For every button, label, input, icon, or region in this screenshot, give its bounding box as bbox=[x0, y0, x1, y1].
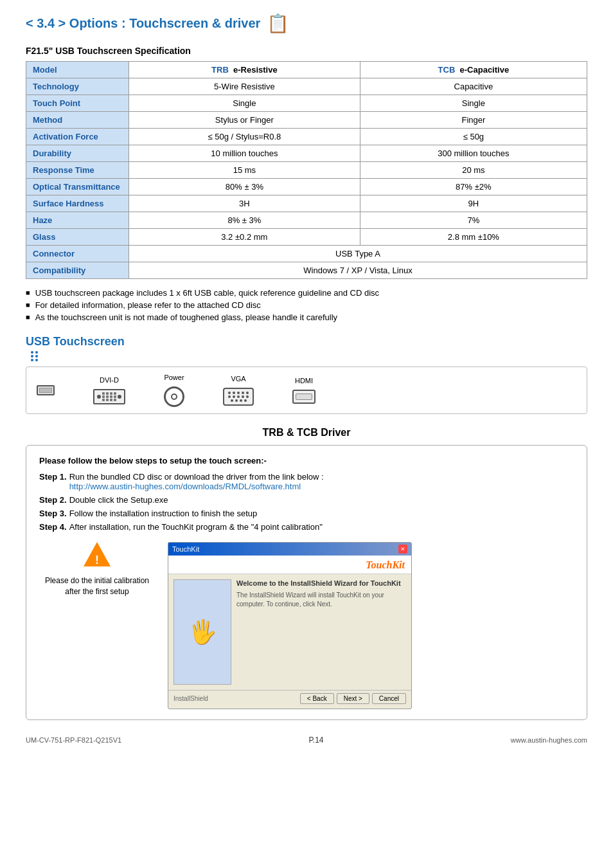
footer-left: UM-CV-751-RP-F821-Q215V1 bbox=[26, 736, 121, 744]
spec-row-label: Haze bbox=[26, 212, 129, 229]
spec-row-label: Compatibility bbox=[26, 262, 129, 279]
page-header: < 3.4 > Options : Touchscreen & driver 📋 bbox=[26, 13, 587, 34]
spec-row-label: Method bbox=[26, 112, 129, 129]
step-2: Step 2. Double click the Setup.exe bbox=[39, 495, 574, 505]
warning-row: ! Please do the initial calibrationafter… bbox=[39, 542, 574, 709]
step-4: Step 4. After installation, run the Touc… bbox=[39, 522, 574, 532]
hdmi-connector-item: HDMI bbox=[292, 377, 315, 404]
spec-row-label: Technology bbox=[26, 78, 129, 95]
step-2-text: Double click the Setup.exe bbox=[69, 495, 168, 505]
spec-row-trb: 10 million touches bbox=[129, 145, 360, 162]
spec-row-trb: 8% ± 3% bbox=[129, 212, 360, 229]
bullet-item: As the touchscreen unit is not made of t… bbox=[26, 312, 587, 322]
connector-diagram: DVI-D bbox=[26, 366, 587, 414]
steps-box: Please follow the below steps to setup t… bbox=[26, 445, 587, 720]
spec-section-title: F21.5" USB Touchscreen Specification bbox=[26, 46, 587, 56]
spec-row-tcb: 20 ms bbox=[360, 162, 587, 179]
dvi-d-label: DVI-D bbox=[100, 376, 119, 384]
touchkit-footer: InstallShield < Back Next > Cancel bbox=[168, 690, 411, 707]
footer-page: P.14 bbox=[308, 736, 323, 745]
spec-row-tcb: Finger bbox=[360, 112, 587, 129]
usb-dot bbox=[31, 359, 33, 361]
power-circle bbox=[164, 386, 184, 407]
touchkit-title: TouchKit bbox=[172, 545, 199, 553]
step-1-text: Run the bundled CD disc or download the … bbox=[69, 472, 324, 491]
spec-row-tcb: 300 million touches bbox=[360, 145, 587, 162]
step-1: Step 1. Run the bundled CD disc or downl… bbox=[39, 472, 574, 491]
touchkit-close-button[interactable]: ✕ bbox=[398, 545, 407, 554]
spec-row-tcb: Single bbox=[360, 95, 587, 112]
vga-label: VGA bbox=[231, 375, 245, 383]
spec-row-span: Windows 7 / XP / Vista, Linux bbox=[129, 262, 587, 279]
spec-row-tcb: Capacitive bbox=[360, 78, 587, 95]
driver-section-title: TRB & TCB Driver bbox=[26, 427, 587, 439]
steps-title: Please follow the below steps to setup t… bbox=[39, 456, 574, 466]
vga-connector-item: VGA bbox=[223, 375, 254, 406]
spec-row-trb: 3.2 ±0.2 mm bbox=[129, 229, 360, 246]
spec-row-span: USB Type A bbox=[129, 246, 587, 262]
dvi-d-connector-item: DVI-D bbox=[93, 376, 125, 404]
page-footer: UM-CV-751-RP-F821-Q215V1 P.14 www.austin… bbox=[26, 736, 587, 745]
step-3-label: Step 3. bbox=[39, 509, 67, 518]
touchkit-install-image: 🖐 bbox=[173, 579, 231, 685]
usb-dot bbox=[35, 355, 38, 357]
power-label: Power bbox=[164, 374, 184, 381]
spec-row-label: Activation Force bbox=[26, 129, 129, 145]
spec-row-tcb: 2.8 mm ±10% bbox=[360, 229, 587, 246]
usb-connector-item bbox=[37, 385, 55, 395]
bullet-item: For detailed information, please refer t… bbox=[26, 300, 587, 310]
touchkit-window: TouchKit ✕ TouchKit 🖐 Welcome to the Ins… bbox=[168, 542, 412, 709]
step-4-text: After installation, run the TouchKit pro… bbox=[69, 522, 323, 532]
trb-header: TRB e-Resistive bbox=[129, 62, 360, 78]
hdmi-inner bbox=[296, 393, 312, 400]
page-title: < 3.4 > Options : Touchscreen & driver bbox=[26, 16, 260, 31]
touchkit-welcome-text: Welcome to the InstallShield Wizard for … bbox=[236, 579, 406, 587]
warning-left: ! Please do the initial calibrationafter… bbox=[39, 542, 155, 597]
power-connector-item: Power bbox=[164, 374, 184, 407]
step-1-label: Step 1. bbox=[39, 472, 67, 482]
touchkit-right: Welcome to the InstallShield Wizard for … bbox=[236, 579, 406, 685]
step-1-link[interactable]: http://www.austin-hughes.com/downloads/R… bbox=[69, 482, 301, 491]
warning-icon-wrap: ! bbox=[84, 542, 111, 570]
usb-dot bbox=[35, 359, 38, 361]
hdmi-label: HDMI bbox=[295, 377, 313, 384]
spec-row-label: Surface Hardness bbox=[26, 195, 129, 212]
spec-row-trb: 5-Wire Resistive bbox=[129, 78, 360, 95]
hdmi-shape bbox=[292, 390, 315, 404]
clipboard-icon: 📋 bbox=[267, 13, 289, 34]
spec-row-tcb: ≤ 50g bbox=[360, 129, 587, 145]
spec-row-label: Optical Transmittance bbox=[26, 179, 129, 195]
touchkit-btn-row: < Back Next > Cancel bbox=[300, 693, 406, 704]
step-3-text: Follow the installation instruction to f… bbox=[69, 509, 258, 518]
usb-dot bbox=[31, 355, 33, 357]
spec-row-trb: Stylus or Finger bbox=[129, 112, 360, 129]
spec-row-label: Connector bbox=[26, 246, 129, 262]
footer-right: www.austin-hughes.com bbox=[511, 736, 587, 744]
bullet-list: USB touchscreen package includes 1 x 6ft… bbox=[26, 288, 587, 322]
spec-row-label: Touch Point bbox=[26, 95, 129, 112]
touchkit-logo: TouchKit bbox=[168, 556, 411, 574]
step-2-label: Step 2. bbox=[39, 495, 67, 505]
spec-row-tcb: 7% bbox=[360, 212, 587, 229]
spec-row-label: Glass bbox=[26, 229, 129, 246]
usb-dot bbox=[35, 351, 38, 354]
usb-dot bbox=[31, 351, 33, 354]
usb-section-title: USB Touchscreen bbox=[26, 335, 587, 348]
spec-row-trb: 3H bbox=[129, 195, 360, 212]
spec-row-tcb: 87% ±2% bbox=[360, 179, 587, 195]
spec-table: Model TRB e-Resistive TCB e-Capacitive T… bbox=[26, 61, 587, 279]
touchkit-next-button[interactable]: Next > bbox=[337, 693, 369, 704]
model-label: Model bbox=[26, 62, 129, 78]
spec-row-tcb: 9H bbox=[360, 195, 587, 212]
spec-row-label: Response Time bbox=[26, 162, 129, 179]
spec-row-trb: 15 ms bbox=[129, 162, 360, 179]
step-4-label: Step 4. bbox=[39, 522, 67, 532]
step-3: Step 3. Follow the installation instruct… bbox=[39, 509, 574, 518]
touchkit-desc-text: The InstallShield Wizard will install To… bbox=[236, 591, 406, 609]
warning-exclaim-icon: ! bbox=[95, 554, 99, 567]
spec-row-trb: 80% ± 3% bbox=[129, 179, 360, 195]
touchkit-titlebar: TouchKit ✕ bbox=[168, 543, 411, 556]
touchkit-cancel-button[interactable]: Cancel bbox=[372, 693, 406, 704]
touchkit-back-button[interactable]: < Back bbox=[300, 693, 334, 704]
tcb-header: TCB e-Capacitive bbox=[360, 62, 587, 78]
